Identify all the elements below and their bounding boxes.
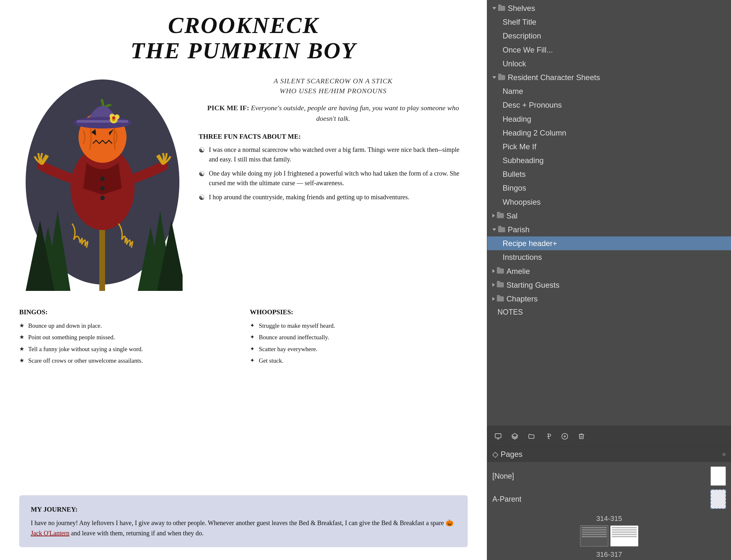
- fun-fact-2: ☯ One day while doing my job I frightene…: [199, 169, 468, 188]
- page-item-none[interactable]: [None]: [487, 465, 731, 488]
- page-item-a-parent[interactable]: A-Parent: [487, 488, 731, 511]
- instructions-label: Instructions: [503, 252, 542, 262]
- bullets-label: Bullets: [503, 169, 526, 179]
- sal-label: Sal: [506, 211, 518, 221]
- sidebar-item-bingos[interactable]: Bingos: [487, 181, 731, 195]
- shelves-label: Shelves: [508, 3, 535, 13]
- sidebar-item-sal[interactable]: Sal: [487, 209, 731, 223]
- starting-guests-label: Starting Guests: [506, 280, 559, 290]
- desc-pronouns-label: Desc + Pronouns: [503, 100, 562, 110]
- recipe-header-label: Recipe header+: [503, 238, 557, 248]
- pages-title: ◇ Pages: [492, 450, 522, 459]
- sidebar-item-shelf-title[interactable]: Shelf Title: [487, 15, 731, 29]
- sidebar-item-resident-char-sheets[interactable]: Resident Character Sheets: [487, 70, 731, 84]
- notes-label: NOTES: [497, 308, 523, 316]
- sidebar-item-name[interactable]: Name: [487, 84, 731, 98]
- subtitle-area: A SILENT SCARECROW ON A STICKWHO USES HE…: [19, 70, 468, 294]
- page-label-none: [None]: [492, 472, 705, 481]
- spread-line: [612, 534, 637, 535]
- document-area: CROOKNECK THE PUMPKIN BOY: [0, 0, 487, 560]
- spread-thumb-right[interactable]: [610, 525, 638, 547]
- fun-facts-heading: THREE FUN FACTS ABOUT ME:: [199, 132, 468, 142]
- bingos-section: BINGOS: ★ Bounce up and down in place. ★…: [19, 307, 237, 367]
- heading-2-col-label: Heading 2 Column: [503, 128, 566, 138]
- svg-point-20: [114, 114, 119, 119]
- sidebar-item-subheading[interactable]: Subheading: [487, 153, 731, 167]
- shelf-title-label: Shelf Title: [503, 17, 536, 27]
- amelie-label: Amelie: [506, 266, 530, 276]
- spread-line: [582, 531, 607, 533]
- sidebar-item-description[interactable]: Description: [487, 29, 731, 43]
- fun-fact-text-1: I was once a normal scarecrow who watche…: [209, 145, 468, 164]
- sidebar-item-whoopsies[interactable]: Whoopsies: [487, 195, 731, 209]
- chevron-right-icon-amelie: [492, 269, 495, 273]
- whoopsie-item-1: ✦ Struggle to make myself heard.: [250, 321, 468, 331]
- folder-icon-amelie: [497, 268, 504, 274]
- sidebar-item-heading[interactable]: Heading: [487, 112, 731, 126]
- folder-open-icon-btn[interactable]: [526, 431, 537, 442]
- bingos-whoopsies-section: BINGOS: ★ Bounce up and down in place. ★…: [19, 307, 468, 367]
- whoopsies-label: Whoopsies: [503, 197, 541, 207]
- whoopsies-heading: WHOOPSIES:: [250, 307, 468, 318]
- pick-me-label: PICK ME IF:: [207, 104, 249, 112]
- pages-list: [None] A-Parent: [487, 462, 731, 513]
- spread-314-315-thumbs[interactable]: [487, 524, 731, 549]
- sidebar-item-chapters[interactable]: Chapters: [487, 292, 731, 306]
- add-page-btn[interactable]: [559, 431, 571, 442]
- fun-fact-3: ☯ I hop around the countryside, making f…: [199, 192, 468, 203]
- journey-heading: MY JOURNEY:: [31, 504, 456, 515]
- spread-line: [582, 529, 607, 531]
- spread-thumb-left[interactable]: [580, 525, 608, 547]
- sidebar-item-unlock[interactable]: Unlock: [487, 57, 731, 70]
- star-bullet-3: ★: [19, 344, 26, 354]
- chevron-right-icon: [492, 214, 495, 218]
- sidebar-item-recipe-header[interactable]: Recipe header+: [487, 236, 731, 250]
- pages-header[interactable]: ◇ Pages ≡: [487, 447, 731, 462]
- once-we-fill-label: Once We Fill...: [503, 45, 553, 55]
- spread-316-317-label: 316-317: [487, 549, 731, 560]
- spread-lines-left: [580, 526, 608, 539]
- sidebar-tree[interactable]: Shelves Shelf Title Description Once We …: [487, 0, 731, 426]
- bingo-item-3: ★ Tell a funny joke without saying a sin…: [19, 344, 237, 354]
- delete-btn[interactable]: [576, 431, 587, 442]
- bingo-item-2: ★ Point out something people missed.: [19, 333, 237, 342]
- bingo-item-4: ★ Scare off crows or other unwelcome ass…: [19, 356, 237, 366]
- fun-fact-1: ☯ I was once a normal scarecrow who watc…: [199, 145, 468, 164]
- page-label-a-parent: A-Parent: [492, 495, 705, 504]
- parish-label: Parish: [508, 225, 530, 235]
- sidebar: Shelves Shelf Title Description Once We …: [487, 0, 731, 560]
- monitor-icon-btn[interactable]: [492, 431, 504, 442]
- whoopsie-item-4: ✦ Get stuck.: [250, 356, 468, 366]
- sidebar-item-heading-2-col[interactable]: Heading 2 Column: [487, 126, 731, 140]
- chapters-label: Chapters: [506, 294, 538, 304]
- paragraph-icon-btn[interactable]: [542, 431, 554, 442]
- sidebar-item-once-we-fill[interactable]: Once We Fill...: [487, 43, 731, 57]
- whoopsie-item-3: ✦ Scatter hay everywhere.: [250, 344, 468, 354]
- star-bullet-2: ★: [19, 333, 26, 342]
- svg-point-21: [112, 116, 115, 119]
- sidebar-item-starting-guests[interactable]: Starting Guests: [487, 278, 731, 292]
- star-bullet-1: ★: [19, 321, 26, 330]
- document-title: CROOKNECK THE PUMPKIN BOY: [19, 13, 468, 63]
- unlock-label: Unlock: [503, 59, 526, 69]
- chevron-down-icon-2: [492, 76, 496, 79]
- sidebar-toolbar: [487, 426, 731, 446]
- name-label: Name: [503, 86, 523, 96]
- layers-icon-btn[interactable]: [509, 431, 521, 442]
- sidebar-item-notes[interactable]: NOTES: [487, 306, 731, 319]
- whoopsie-bullet-2: ✦: [250, 333, 256, 342]
- main-content: CROOKNECK THE PUMPKIN BOY: [0, 0, 487, 560]
- sidebar-item-desc-pronouns[interactable]: Desc + Pronouns: [487, 98, 731, 112]
- sidebar-item-amelie[interactable]: Amelie: [487, 264, 731, 278]
- journey-link[interactable]: Jack O'Lantern: [31, 530, 70, 537]
- sidebar-item-instructions[interactable]: Instructions: [487, 250, 731, 264]
- heading-label: Heading: [503, 114, 531, 124]
- whoopsies-section: WHOOPSIES: ✦ Struggle to make myself hea…: [250, 307, 468, 367]
- sidebar-item-shelves[interactable]: Shelves: [487, 1, 731, 15]
- pages-menu-icon[interactable]: ≡: [722, 451, 726, 458]
- sidebar-item-pick-me-if[interactable]: Pick Me If: [487, 140, 731, 153]
- chevron-right-icon-chapters: [492, 297, 495, 301]
- whoopsie-item-2: ✦ Bounce around ineffectually.: [250, 333, 468, 342]
- sidebar-item-bullets[interactable]: Bullets: [487, 167, 731, 181]
- sidebar-item-parish[interactable]: Parish: [487, 223, 731, 236]
